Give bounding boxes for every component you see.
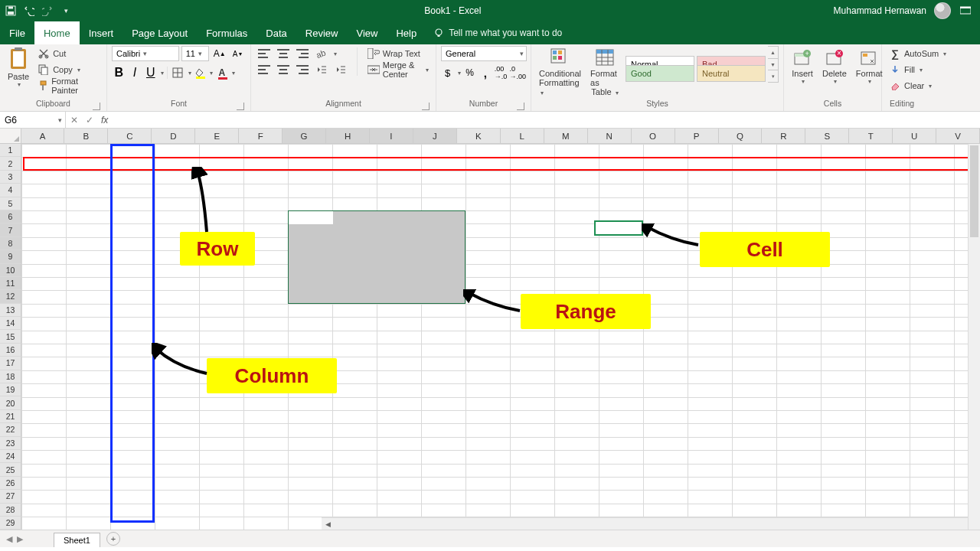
row-header-22[interactable]: 22: [0, 423, 21, 436]
wrap-text-button[interactable]: Wrap Text: [365, 46, 431, 61]
column-header-I[interactable]: I: [370, 129, 413, 143]
format-as-table-button[interactable]: Format as Table ▾: [587, 46, 622, 98]
tab-page-layout[interactable]: Page Layout: [122, 21, 197, 44]
row-header-18[interactable]: 18: [0, 370, 21, 383]
tab-review[interactable]: Review: [296, 21, 348, 44]
orientation-icon[interactable]: ab: [313, 46, 330, 61]
column-header-K[interactable]: K: [457, 129, 501, 143]
row-header-19[interactable]: 19: [0, 383, 21, 396]
align-top-icon[interactable]: [256, 46, 273, 61]
row-header-4[interactable]: 4: [0, 184, 21, 197]
row-header-25[interactable]: 25: [0, 463, 21, 476]
percent-format-icon[interactable]: %: [463, 65, 476, 80]
decrease-decimal-icon[interactable]: .0→.00: [510, 65, 527, 80]
row-header-14[interactable]: 14: [0, 317, 21, 330]
decrease-font-icon[interactable]: A▼: [230, 46, 246, 61]
row-header-17[interactable]: 17: [0, 357, 21, 370]
tab-data[interactable]: Data: [256, 21, 296, 44]
underline-button[interactable]: U: [143, 65, 158, 80]
row-header-20[interactable]: 20: [0, 396, 21, 409]
font-name-combo[interactable]: Calibri▾: [112, 46, 179, 61]
tab-view[interactable]: View: [347, 21, 387, 44]
column-header-E[interactable]: E: [195, 129, 239, 143]
column-header-J[interactable]: J: [413, 129, 457, 143]
clipboard-dialog-launcher[interactable]: [93, 103, 100, 110]
row-header-12[interactable]: 12: [0, 290, 21, 303]
accounting-format-icon[interactable]: $: [441, 65, 454, 80]
copy-button[interactable]: Copy▾: [35, 62, 102, 77]
row-header-3[interactable]: 3: [0, 171, 21, 184]
conditional-formatting-button[interactable]: Conditional Formatting ▾: [536, 46, 584, 98]
tab-home[interactable]: Home: [34, 21, 80, 44]
row-header-10[interactable]: 10: [0, 264, 21, 277]
insert-cells-button[interactable]: +Insert▾: [789, 46, 816, 86]
clear-button[interactable]: Clear▾: [887, 78, 975, 93]
row-header-29[interactable]: 29: [0, 517, 21, 530]
sheet-nav-prev-icon[interactable]: ◀: [6, 534, 12, 544]
increase-font-icon[interactable]: A▲: [211, 46, 227, 61]
row-header-24[interactable]: 24: [0, 450, 21, 463]
merge-center-button[interactable]: Merge & Center▾: [365, 62, 431, 77]
row-header-16[interactable]: 16: [0, 344, 21, 357]
column-header-B[interactable]: B: [64, 129, 108, 143]
fill-color-icon[interactable]: [193, 65, 207, 80]
row-header-27[interactable]: 27: [0, 490, 21, 503]
format-cells-button[interactable]: Format▾: [853, 46, 886, 86]
row-header-23[interactable]: 23: [0, 437, 21, 450]
column-header-L[interactable]: L: [501, 129, 544, 143]
name-box[interactable]: G6▾: [0, 112, 66, 128]
alignment-dialog-launcher[interactable]: [422, 103, 430, 110]
column-header-M[interactable]: M: [544, 129, 588, 143]
paste-button[interactable]: Paste ▾: [5, 46, 32, 90]
font-dialog-launcher[interactable]: [237, 103, 244, 110]
ribbon-options-icon[interactable]: [959, 4, 972, 18]
tab-insert[interactable]: Insert: [80, 21, 123, 44]
row-header-8[interactable]: 8: [0, 237, 21, 250]
tell-me-search[interactable]: Tell me what you want to do: [426, 21, 562, 44]
align-center-icon[interactable]: [275, 62, 292, 77]
column-header-H[interactable]: H: [326, 129, 370, 143]
style-good[interactable]: Good: [626, 65, 694, 82]
undo-icon[interactable]: [23, 5, 35, 17]
formula-input[interactable]: [113, 112, 980, 128]
decrease-indent-icon[interactable]: [313, 62, 330, 77]
delete-cells-button[interactable]: ×Delete▾: [819, 46, 850, 86]
row-header-13[interactable]: 13: [0, 304, 21, 317]
row-header-1[interactable]: 1: [0, 144, 21, 157]
borders-icon[interactable]: [171, 65, 185, 80]
align-middle-icon[interactable]: [275, 46, 292, 61]
comma-format-icon[interactable]: ,: [479, 65, 492, 80]
column-header-O[interactable]: O: [632, 129, 675, 143]
save-icon[interactable]: [5, 5, 17, 17]
fill-button[interactable]: Fill▾: [887, 62, 975, 77]
cancel-formula-icon[interactable]: ✕: [70, 115, 78, 126]
number-dialog-launcher[interactable]: [517, 103, 524, 110]
column-header-P[interactable]: P: [675, 129, 719, 143]
horizontal-scrollbar[interactable]: ◀: [322, 517, 968, 530]
enter-formula-icon[interactable]: ✓: [86, 115, 93, 126]
tab-formulas[interactable]: Formulas: [197, 21, 256, 44]
sheet-nav-next-icon[interactable]: ▶: [17, 534, 23, 544]
user-avatar-icon[interactable]: [934, 2, 951, 19]
font-size-combo[interactable]: 11▾: [181, 46, 210, 61]
styles-up-icon[interactable]: ▲: [768, 47, 778, 58]
column-header-R[interactable]: R: [762, 129, 805, 143]
select-all-corner[interactable]: [0, 129, 21, 143]
row-header-26[interactable]: 26: [0, 477, 21, 490]
column-header-D[interactable]: D: [152, 129, 195, 143]
align-left-icon[interactable]: [256, 62, 273, 77]
autosum-button[interactable]: ∑AutoSum▾: [887, 46, 975, 61]
new-sheet-button[interactable]: +: [106, 532, 120, 546]
row-header-28[interactable]: 28: [0, 504, 21, 517]
column-header-V[interactable]: V: [936, 129, 980, 143]
fx-icon[interactable]: fx: [101, 115, 108, 126]
column-header-F[interactable]: F: [239, 129, 283, 143]
worksheet-grid[interactable]: ABCDEFGHIJKLMNOPQRSTUV 12345678910111213…: [0, 129, 980, 547]
format-painter-button[interactable]: Format Painter: [35, 78, 102, 93]
row-header-5[interactable]: 5: [0, 197, 21, 210]
bold-button[interactable]: B: [112, 65, 126, 80]
column-header-G[interactable]: G: [283, 129, 326, 143]
column-header-C[interactable]: C: [108, 129, 152, 143]
vertical-scrollbar[interactable]: [968, 144, 980, 530]
italic-button[interactable]: I: [128, 65, 142, 80]
